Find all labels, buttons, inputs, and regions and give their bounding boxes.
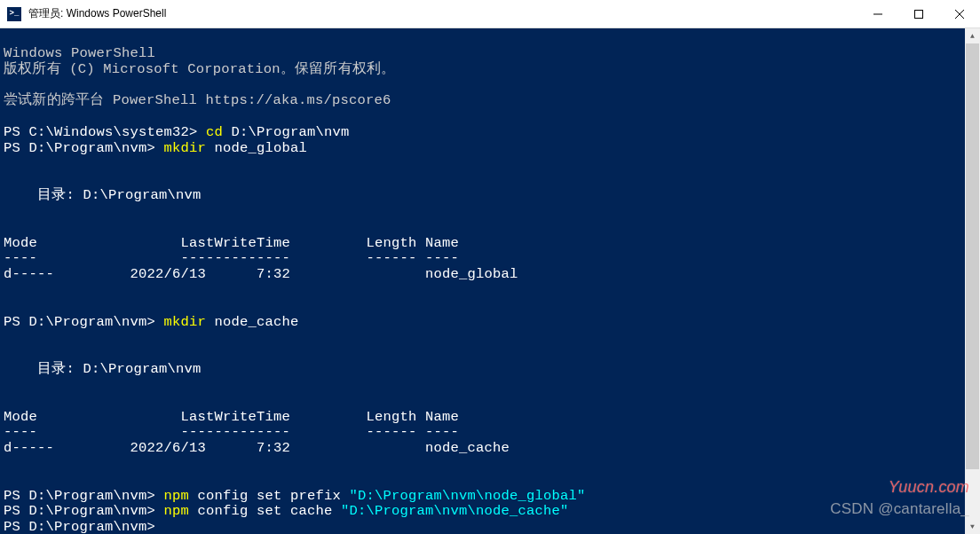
svg-rect-1	[915, 10, 923, 18]
command-string: "D:\Program\nvm\node_global"	[350, 488, 586, 504]
command-npm: npm	[164, 488, 198, 504]
scroll-down-icon[interactable]: ▼	[965, 519, 980, 534]
command-arg: config set cache	[198, 503, 342, 519]
command-arg: node_global	[215, 140, 308, 156]
directory-label: 目录: D:\Program\nvm	[4, 187, 201, 203]
prompt: PS C:\Windows\system32>	[4, 124, 206, 140]
command-cd: cd	[206, 124, 232, 140]
command-arg: node_cache	[215, 314, 299, 330]
close-button[interactable]	[939, 0, 980, 27]
table-header: Mode LastWriteTime Length Name	[4, 235, 459, 251]
prompt: PS D:\Program\nvm>	[4, 503, 164, 519]
scrollbar-thumb[interactable]	[966, 43, 979, 469]
prompt: PS D:\Program\nvm>	[4, 488, 164, 504]
command-npm: npm	[164, 503, 198, 519]
command-arg: D:\Program\nvm	[232, 124, 350, 140]
titlebar[interactable]: 管理员: Windows PowerShell	[0, 0, 980, 28]
table-divider: ---- ------------- ------ ----	[4, 424, 459, 440]
command-mkdir: mkdir	[164, 140, 215, 156]
table-row: d----- 2022/6/13 7:32 node_global	[4, 266, 518, 282]
table-row: d----- 2022/6/13 7:32 node_cache	[4, 440, 510, 456]
window-controls	[858, 0, 980, 27]
pscore-hint: 尝试新的跨平台 PowerShell https://aka.ms/pscore…	[4, 92, 391, 108]
maximize-button[interactable]	[898, 0, 939, 27]
copyright-text: 版权所有 (C) Microsoft Corporation。保留所有权利。	[4, 61, 395, 77]
minimize-button[interactable]	[858, 0, 898, 27]
command-mkdir: mkdir	[164, 314, 215, 330]
prompt: PS D:\Program\nvm>	[4, 140, 164, 156]
header-text: Windows PowerShell	[4, 45, 155, 61]
watermark-csdn: CSDN @cantarella_	[830, 500, 969, 518]
scroll-up-icon[interactable]: ▲	[965, 28, 980, 43]
watermark-yuucn: Yuucn.com	[889, 478, 969, 497]
terminal-output[interactable]: Windows PowerShell 版权所有 (C) Microsoft Co…	[0, 28, 980, 534]
directory-label: 目录: D:\Program\nvm	[4, 361, 201, 377]
prompt: PS D:\Program\nvm>	[4, 314, 164, 330]
command-string: "D:\Program\nvm\node_cache"	[341, 503, 569, 519]
command-arg: config set prefix	[198, 488, 350, 504]
window-title: 管理员: Windows PowerShell	[28, 6, 858, 21]
prompt: PS D:\Program\nvm>	[4, 519, 164, 534]
scrollbar[interactable]: ▲ ▼	[965, 28, 980, 534]
powershell-icon	[7, 7, 21, 21]
table-divider: ---- ------------- ------ ----	[4, 250, 459, 266]
table-header: Mode LastWriteTime Length Name	[4, 409, 459, 425]
